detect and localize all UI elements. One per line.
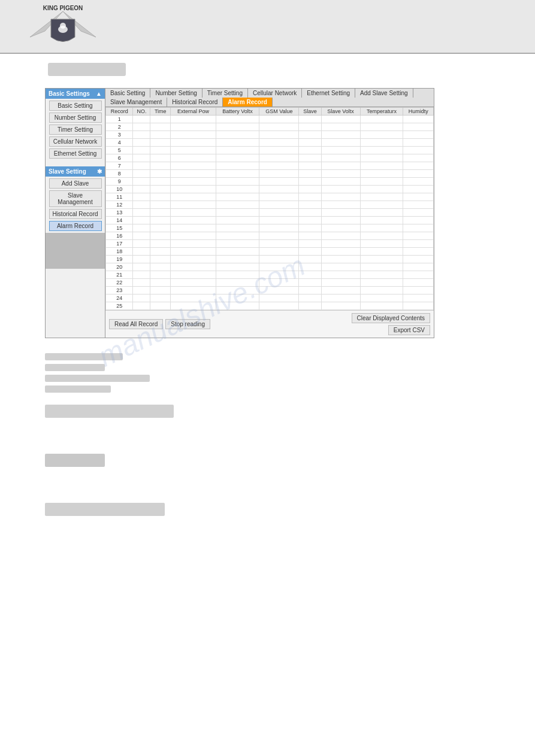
- table-cell: [299, 186, 321, 193]
- export-csv-button[interactable]: Export CSV: [388, 325, 430, 335]
- sidebar-btn-basic-setting[interactable]: Basic Setting: [49, 101, 102, 111]
- table-cell: 16: [106, 232, 133, 240]
- sidebar-btn-number-setting[interactable]: Number Setting: [49, 113, 102, 123]
- tab-timer-setting[interactable]: Timer Setting: [202, 89, 248, 98]
- table-cell: [403, 248, 434, 256]
- table-cell: 1: [106, 116, 133, 123]
- table-cell: [360, 302, 403, 310]
- table-cell: 21: [106, 271, 133, 279]
- tab-ethernet-setting[interactable]: Ethernet Setting: [302, 89, 355, 98]
- table-row: 17: [106, 240, 434, 248]
- table-cell: [321, 224, 360, 232]
- text-line-4: [45, 385, 111, 393]
- table-cell: [150, 294, 171, 302]
- sidebar-btn-slave-management[interactable]: Slave Management: [49, 190, 102, 207]
- table-cell: [133, 271, 150, 279]
- table-cell: [150, 248, 171, 256]
- table-cell: [133, 232, 150, 240]
- clear-displayed-button[interactable]: Clear Displayed Contents: [352, 313, 430, 323]
- table-cell: [259, 287, 299, 294]
- table-cell: [171, 263, 216, 271]
- sidebar-btn-cellular-network[interactable]: Cellular Network: [49, 136, 102, 147]
- tab-cellular-network[interactable]: Cellular Network: [248, 89, 302, 98]
- stop-reading-button[interactable]: Stop reading: [165, 319, 210, 329]
- table-cell: [133, 170, 150, 178]
- table-cell: [150, 263, 171, 271]
- table-row: 5: [106, 147, 434, 154]
- sidebar-btn-add-slave[interactable]: Add Slave: [49, 178, 102, 189]
- table-cell: [133, 279, 150, 287]
- table-cell: [150, 162, 171, 170]
- table-cell: [299, 224, 321, 232]
- table-cell: [171, 232, 216, 240]
- basic-settings-title[interactable]: Basic Settings ▲: [46, 89, 105, 99]
- content-area: Basic Setting Number Setting Timer Setti…: [105, 89, 434, 338]
- table-row: 22: [106, 279, 434, 287]
- tab-add-slave-setting[interactable]: Add Slave Setting: [355, 89, 413, 98]
- table-cell: [259, 193, 299, 201]
- tab-slave-management[interactable]: Slave Management: [105, 98, 167, 107]
- slave-buttons-group: Add Slave Slave Management Historical Re…: [46, 178, 105, 231]
- table-cell: [171, 162, 216, 170]
- table-row: 24: [106, 294, 434, 302]
- table-cell: 12: [106, 201, 133, 209]
- table-cell: 22: [106, 279, 133, 287]
- table-cell: 5: [106, 147, 133, 154]
- tab-basic-setting[interactable]: Basic Setting: [105, 89, 150, 98]
- table-cell: [150, 193, 171, 201]
- table-cell: [259, 232, 299, 240]
- table-cell: 24: [106, 294, 133, 302]
- table-cell: 14: [106, 217, 133, 224]
- table-cell: [360, 263, 403, 271]
- table-cell: [171, 170, 216, 178]
- sidebar-btn-historical-record[interactable]: Historical Record: [49, 209, 102, 219]
- table-cell: [133, 294, 150, 302]
- table-cell: [259, 178, 299, 186]
- table-cell: [321, 154, 360, 162]
- table-cell: [321, 162, 360, 170]
- table-cell: [150, 147, 171, 154]
- table-cell: [403, 224, 434, 232]
- sidebar-btn-timer-setting[interactable]: Timer Setting: [49, 125, 102, 135]
- table-cell: [299, 263, 321, 271]
- read-all-record-button[interactable]: Read All Record: [109, 319, 163, 329]
- table-cell: [403, 209, 434, 217]
- slave-settings-title[interactable]: Slave Setting ✱: [46, 166, 105, 177]
- table-cell: [133, 287, 150, 294]
- sidebar-btn-ethernet-setting[interactable]: Ethernet Setting: [49, 148, 102, 159]
- tab-number-setting[interactable]: Number Setting: [150, 89, 202, 98]
- table-cell: [133, 186, 150, 193]
- table-cell: [150, 131, 171, 139]
- table-row: 16: [106, 232, 434, 240]
- table-cell: [133, 209, 150, 217]
- table-cell: [321, 186, 360, 193]
- table-cell: [403, 178, 434, 186]
- text-section-3: [45, 454, 490, 467]
- tabs-row: Basic Setting Number Setting Timer Setti…: [105, 89, 434, 107]
- table-cell: [171, 178, 216, 186]
- table-cell: [299, 287, 321, 294]
- table-cell: [150, 271, 171, 279]
- table-cell: [299, 279, 321, 287]
- table-cell: [299, 123, 321, 131]
- table-cell: [133, 123, 150, 131]
- table-cell: [216, 217, 259, 224]
- tab-historical-record[interactable]: Historical Record: [167, 98, 223, 107]
- wide-text-line-2: [45, 503, 165, 516]
- table-cell: [360, 240, 403, 248]
- table-cell: [216, 178, 259, 186]
- collapse-icon: ▲: [96, 90, 102, 97]
- table-cell: [133, 178, 150, 186]
- table-cell: [216, 256, 259, 263]
- tab-alarm-record[interactable]: Alarm Record: [223, 98, 273, 107]
- sidebar-btn-alarm-record[interactable]: Alarm Record: [49, 221, 102, 231]
- table-cell: [360, 193, 403, 201]
- table-cell: [321, 170, 360, 178]
- wide-text-line-1: [45, 405, 174, 418]
- table-cell: [259, 256, 299, 263]
- table-cell: [133, 139, 150, 147]
- table-cell: [216, 116, 259, 123]
- text-line-2: [45, 364, 105, 371]
- table-row: 3: [106, 131, 434, 139]
- table-cell: [360, 170, 403, 178]
